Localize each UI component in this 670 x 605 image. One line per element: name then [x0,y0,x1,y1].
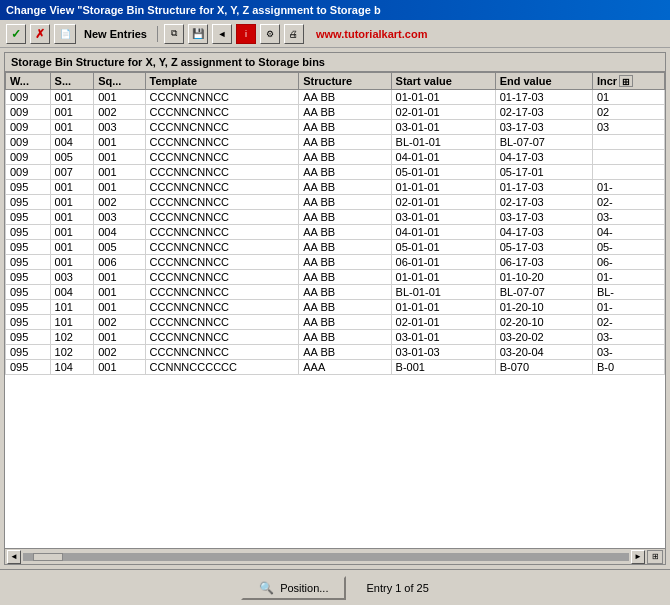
table-row[interactable]: 009001003CCCNNCNNCCAA BB03-01-0103-17-03… [6,120,665,135]
info-button[interactable]: i [236,24,256,44]
table-cell: 001 [94,300,145,315]
col-header-template[interactable]: Template [145,73,299,90]
toolbar: ✓ ✗ 📄 New Entries ⧉ 💾 ◄ i ⚙ [0,20,670,48]
table-cell: 009 [6,150,51,165]
position-button[interactable]: 🔍 Position... [241,576,346,600]
table-row[interactable]: 095001002CCCNNCNNCCAA BB02-01-0102-17-03… [6,195,665,210]
table-cell: AAA [299,360,391,375]
back-icon: ◄ [218,29,227,39]
table-row[interactable]: 095001001CCCNNCNNCCAA BB01-01-0101-17-03… [6,180,665,195]
table-row[interactable]: 095102001CCCNNCNNCCAA BB03-01-0103-20-02… [6,330,665,345]
table-cell: 002 [94,345,145,360]
table-row[interactable]: 095104001CCNNNCCCCCCAAAB-001B-070B-0 [6,360,665,375]
table-cell: CCCNNCNNCC [145,135,299,150]
entry-info: Entry 1 of 25 [366,582,428,594]
table-row[interactable]: 009001001CCCNNCNNCCAA BB01-01-0101-17-03… [6,90,665,105]
col-header-start[interactable]: Start value [391,73,495,90]
table-row[interactable]: 095101002CCCNNCNNCCAA BB02-01-0102-20-10… [6,315,665,330]
print-button[interactable]: 🖨 [284,24,304,44]
table-cell: 101 [50,315,94,330]
table-cell: 006 [94,255,145,270]
table-cell: CCCNNCNNCC [145,345,299,360]
new-entries-button[interactable]: New Entries [80,28,151,40]
scroll-thumb[interactable] [33,553,63,561]
table-cell: 001 [50,240,94,255]
table-cell: AA BB [299,180,391,195]
table-cell: 095 [6,225,51,240]
table-cell: 03-17-03 [495,120,592,135]
table-row[interactable]: 095001005CCCNNCNNCCAA BB05-01-0105-17-03… [6,240,665,255]
col-header-incr[interactable]: Incr⊞ [592,73,664,90]
table-cell: 001 [94,90,145,105]
table-cell: 05-17-01 [495,165,592,180]
table-cell: 03-01-01 [391,330,495,345]
table-row[interactable]: 095001004CCCNNCNNCCAA BB04-01-0104-17-03… [6,225,665,240]
table-cell: 03 [592,120,664,135]
x-icon: ✗ [35,27,45,41]
cancel-button[interactable]: ✗ [30,24,50,44]
table-row[interactable]: 095102002CCCNNCNNCCAA BB03-01-0303-20-04… [6,345,665,360]
prev-button[interactable]: ◄ [212,24,232,44]
table-cell: 009 [6,105,51,120]
table-cell: 06-17-03 [495,255,592,270]
table-row[interactable]: 009007001CCCNNCNNCCAA BB05-01-0105-17-01 [6,165,665,180]
table-cell: 001 [94,150,145,165]
table-cell: AA BB [299,225,391,240]
table-row[interactable]: 095101001CCCNNCNNCCAA BB01-01-0101-20-10… [6,300,665,315]
scroll-left-button[interactable]: ◄ [7,550,21,564]
table-cell: 004 [50,285,94,300]
table-cell: 095 [6,345,51,360]
table-cell: 01-10-20 [495,270,592,285]
table-cell: AA BB [299,90,391,105]
table-cell: 095 [6,360,51,375]
table-row[interactable]: 095004001CCCNNCNNCCAA BBBL-01-01BL-07-07… [6,285,665,300]
table-cell: 095 [6,285,51,300]
table-cell: 095 [6,210,51,225]
table-cell: AA BB [299,345,391,360]
table-row[interactable]: 095001003CCCNNCNNCCAA BB03-01-0103-17-03… [6,210,665,225]
scroll-track[interactable] [23,553,629,561]
col-header-structure[interactable]: Structure [299,73,391,90]
table-cell: 102 [50,345,94,360]
col-header-w[interactable]: W... [6,73,51,90]
table-cell: 001 [50,225,94,240]
table-cell: 001 [50,195,94,210]
table-cell: 05-17-03 [495,240,592,255]
table-cell: AA BB [299,165,391,180]
table-row[interactable]: 009001002CCCNNCNNCCAA BB02-01-0102-17-03… [6,105,665,120]
horizontal-scrollbar[interactable]: ◄ ► ⊞ [5,548,665,564]
col-header-sq[interactable]: Sq... [94,73,145,90]
table-cell [592,150,664,165]
table-row[interactable]: 009004001CCCNNCNNCCAA BBBL-01-01BL-07-07 [6,135,665,150]
col-header-s[interactable]: S... [50,73,94,90]
table-container[interactable]: W... S... Sq... Template Structure Start… [5,72,665,548]
table-cell: 06-01-01 [391,255,495,270]
table-cell: CCCNNCNNCC [145,225,299,240]
new-entries-icon[interactable]: 📄 [54,24,76,44]
table-cell: AA BB [299,330,391,345]
table-cell: 03- [592,210,664,225]
table-cell: 095 [6,255,51,270]
check-icon: ✓ [11,27,21,41]
copy-button[interactable]: ⧉ [164,24,184,44]
table-cell: 009 [6,135,51,150]
table-cell: 005 [50,150,94,165]
config-button[interactable]: ⚙ [260,24,280,44]
table-cell: AA BB [299,150,391,165]
table-cell: 003 [94,210,145,225]
table-row[interactable]: 095003001CCCNNCNNCCAA BB01-01-0101-10-20… [6,270,665,285]
col-header-end[interactable]: End value [495,73,592,90]
table-cell: CCCNNCNNCC [145,120,299,135]
scroll-right-button[interactable]: ► [631,550,645,564]
save-button[interactable]: 💾 [188,24,208,44]
table-cell: 004 [50,135,94,150]
table-row[interactable]: 009005001CCCNNCNNCCAA BB04-01-0104-17-03 [6,150,665,165]
table-cell: 104 [50,360,94,375]
check-button[interactable]: ✓ [6,24,26,44]
data-table: W... S... Sq... Template Structure Start… [5,72,665,375]
position-button-label: Position... [280,582,328,594]
table-cell: CCCNNCNNCC [145,330,299,345]
table-cell: 001 [50,180,94,195]
table-row[interactable]: 095001006CCCNNCNNCCAA BB06-01-0106-17-03… [6,255,665,270]
table-cell: CCCNNCNNCC [145,210,299,225]
